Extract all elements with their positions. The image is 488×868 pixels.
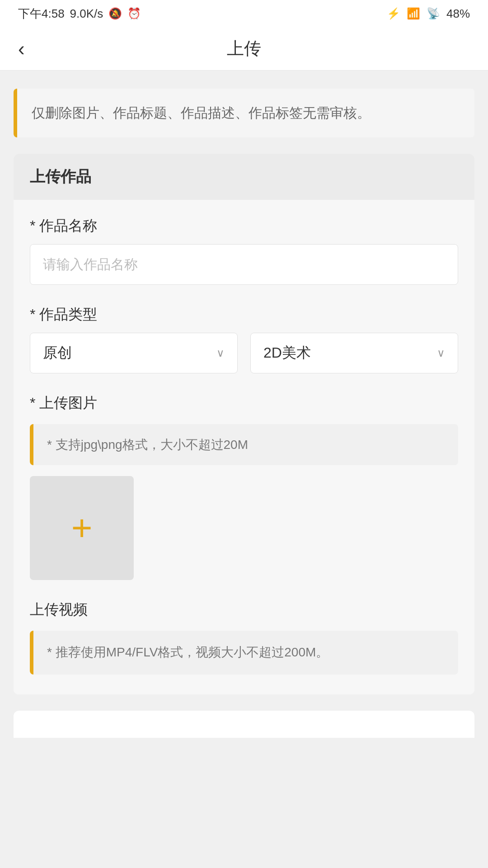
upload-video-field: 上传视频 * 推荐使用MP4/FLV格式，视频大小不超过200M。 xyxy=(30,600,458,675)
status-network: 9.0K/s xyxy=(70,7,103,21)
status-time: 下午4:58 xyxy=(18,6,65,22)
chevron-down-icon-2: ∨ xyxy=(437,347,445,359)
mute-icon: 🔕 xyxy=(108,7,122,20)
battery-indicator: 48% xyxy=(446,7,470,21)
battery-level: 48 xyxy=(446,7,460,20)
work-name-label: * 作品名称 xyxy=(30,216,458,236)
upload-image-label: * 上传图片 xyxy=(30,393,458,413)
work-type-value-2: 2D美术 xyxy=(263,343,311,363)
notice-text: 仅删除图片、作品标题、作品描述、作品标签无需审核。 xyxy=(32,105,371,120)
upload-video-hint-text: * 推荐使用MP4/FLV格式，视频大小不超过200M。 xyxy=(47,645,328,659)
alarm-icon: ⏰ xyxy=(127,7,141,20)
dropdown-row: 原创 ∨ 2D美术 ∨ xyxy=(30,333,458,373)
upload-image-hint-text: * 支持jpg\png格式，大小不超过20M xyxy=(47,438,248,452)
page-content: 仅删除图片、作品标题、作品描述、作品标签无需审核。 上传作品 * 作品名称 * … xyxy=(0,71,488,756)
header: ‹ 上传 xyxy=(0,27,488,71)
upload-image-hint-box: * 支持jpg\png格式，大小不超过20M xyxy=(30,424,458,465)
work-type-label: * 作品类型 xyxy=(30,305,458,325)
chevron-down-icon-1: ∨ xyxy=(216,347,225,359)
upload-video-hint-box: * 推荐使用MP4/FLV格式，视频大小不超过200M。 xyxy=(30,631,458,675)
upload-image-field: * 上传图片 * 支持jpg\png格式，大小不超过20M + xyxy=(30,393,458,580)
signal-icon: 📶 xyxy=(407,7,420,20)
bluetooth-icon: ⚡ xyxy=(387,7,400,20)
bottom-stub xyxy=(14,711,474,738)
status-left: 下午4:58 9.0K/s 🔕 ⏰ xyxy=(18,6,141,22)
work-type-field: * 作品类型 原创 ∨ 2D美术 ∨ xyxy=(30,305,458,373)
work-name-input[interactable] xyxy=(30,244,458,285)
add-image-button[interactable]: + xyxy=(30,476,134,580)
work-type-dropdown-2[interactable]: 2D美术 ∨ xyxy=(250,333,458,373)
wifi-icon: 📡 xyxy=(427,7,440,20)
upload-section-card: 上传作品 * 作品名称 * 作品类型 原创 ∨ 2D美术 ∨ xyxy=(14,154,474,694)
upload-video-label: 上传视频 xyxy=(30,600,458,620)
work-type-dropdown-1[interactable]: 原创 ∨ xyxy=(30,333,238,373)
page-title: 上传 xyxy=(227,37,261,60)
status-right: ⚡ 📶 📡 48% xyxy=(387,7,470,21)
section-title: 上传作品 xyxy=(30,168,91,185)
work-name-field: * 作品名称 xyxy=(30,216,458,285)
back-button[interactable]: ‹ xyxy=(18,39,25,59)
status-bar: 下午4:58 9.0K/s 🔕 ⏰ ⚡ 📶 📡 48% xyxy=(0,0,488,27)
notice-box: 仅删除图片、作品标题、作品描述、作品标签无需审核。 xyxy=(14,89,474,137)
section-header: 上传作品 xyxy=(14,154,474,200)
plus-icon: + xyxy=(71,510,93,546)
section-body: * 作品名称 * 作品类型 原创 ∨ 2D美术 ∨ xyxy=(14,200,474,694)
work-type-value-1: 原创 xyxy=(43,343,72,363)
